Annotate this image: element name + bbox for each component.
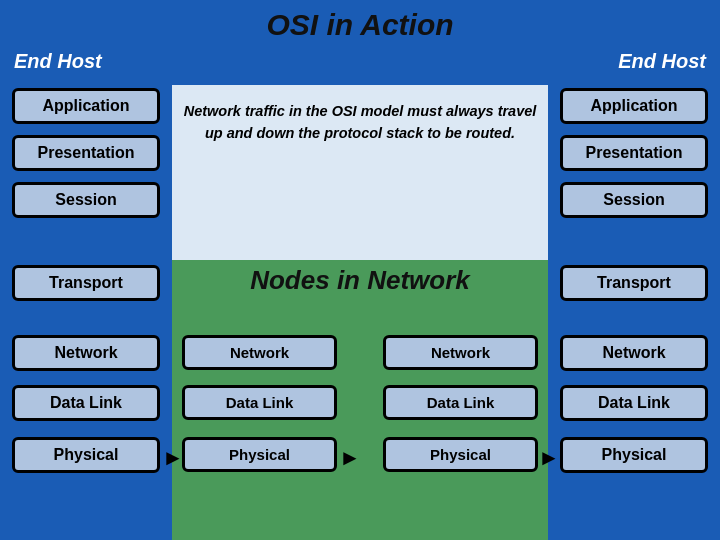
arrow2: ► bbox=[338, 447, 362, 469]
left-net: Network bbox=[12, 335, 160, 371]
left-trans: Transport bbox=[12, 265, 160, 301]
n2-network: Network bbox=[383, 335, 538, 370]
right-host-label: End Host bbox=[546, 50, 706, 73]
left-pres: Presentation bbox=[12, 135, 160, 171]
arrow3: ► bbox=[538, 447, 558, 469]
title-bar: OSI in Action bbox=[0, 8, 720, 42]
right-net: Network bbox=[560, 335, 708, 371]
right-dl: Data Link bbox=[560, 385, 708, 421]
left-app: Application bbox=[12, 88, 160, 124]
main-title: OSI in Action bbox=[266, 8, 453, 41]
arrow1: ► bbox=[162, 447, 182, 469]
left-sess: Session bbox=[12, 182, 160, 218]
right-sess: Session bbox=[560, 182, 708, 218]
right-pres: Presentation bbox=[560, 135, 708, 171]
n1-datalink: Data Link bbox=[182, 385, 337, 420]
n2-physical: Physical bbox=[383, 437, 538, 472]
right-phys: Physical bbox=[560, 437, 708, 473]
n1-network: Network bbox=[182, 335, 337, 370]
right-app: Application bbox=[560, 88, 708, 124]
left-host-label: End Host bbox=[14, 50, 102, 73]
desc-text: Network traffic in the OSI model must al… bbox=[182, 100, 538, 145]
n1-physical: Physical bbox=[182, 437, 337, 472]
right-trans: Transport bbox=[560, 265, 708, 301]
nodes-title: Nodes in Network bbox=[172, 265, 548, 296]
left-phys: Physical bbox=[12, 437, 160, 473]
n2-datalink: Data Link bbox=[383, 385, 538, 420]
left-dl: Data Link bbox=[12, 385, 160, 421]
osi-page: OSI in Action End Host End Host Applicat… bbox=[0, 0, 720, 540]
